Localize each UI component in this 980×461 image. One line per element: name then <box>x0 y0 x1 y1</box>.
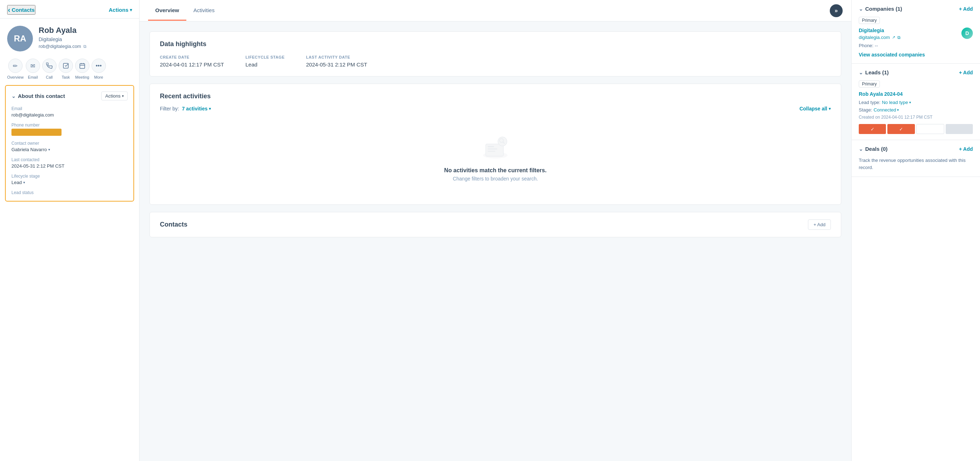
data-highlights-card: Data highlights CREATE DATE 2024-04-01 1… <box>150 32 841 76</box>
lead-stage-field: Stage: Connected <box>859 107 973 112</box>
tabs-bar: Overview Activities » <box>140 0 851 21</box>
contact-info: Rob Ayala Digitalegia rob@digitalegia.co… <box>39 26 87 49</box>
svg-rect-7 <box>487 146 494 147</box>
note-button[interactable]: ✏ Overview <box>7 59 24 79</box>
about-actions-button[interactable]: Actions <box>101 92 128 100</box>
call-icon <box>42 59 57 73</box>
email-button[interactable]: ✉ Email <box>26 59 40 79</box>
more-button[interactable]: ••• More <box>92 59 106 79</box>
about-this-contact-section: About this contact Actions Email rob@dig… <box>5 85 134 201</box>
last-contacted-value: 2024-05-31 2:12 PM CST <box>11 163 128 169</box>
company-phone: Phone: -- <box>859 43 961 48</box>
company-name-link[interactable]: Digitalegia <box>859 27 961 33</box>
contacts-section-header: Contacts + Add <box>160 219 831 230</box>
company-domain[interactable]: digitalegia.com ↗ ⧉ <box>859 35 961 40</box>
copy-domain-icon[interactable]: ⧉ <box>897 35 900 40</box>
filter-by-section: Filter by: 7 activities <box>160 106 211 111</box>
main-content: Overview Activities » Data highlights CR… <box>140 0 851 461</box>
contacts-section-card: Contacts + Add <box>150 212 841 237</box>
view-associated-companies-link[interactable]: View associated companies <box>859 52 973 57</box>
highlight-last-activity: LAST ACTIVITY DATE 2024-05-31 2:12 PM CS… <box>306 55 368 68</box>
main-scroll-area: Data highlights CREATE DATE 2024-04-01 1… <box>140 21 851 461</box>
lead-type-label: Lead type: <box>859 100 881 105</box>
svg-rect-9 <box>487 151 495 152</box>
companies-add-link[interactable]: + Add <box>959 6 973 12</box>
expand-tabs-button[interactable]: » <box>830 4 843 17</box>
external-link-icon: ↗ <box>892 35 895 40</box>
contact-profile: RA Rob Ayala Digitalegia rob@digitalegia… <box>0 19 139 57</box>
collapse-all-button[interactable]: Collapse all <box>799 106 831 111</box>
sidebar-header: Contacts Actions <box>0 0 139 19</box>
stage-btn-3[interactable] <box>916 124 944 134</box>
contacts-add-button[interactable]: + Add <box>808 219 831 230</box>
company-logo: D <box>961 27 973 39</box>
svg-point-10 <box>498 137 507 146</box>
tab-overview[interactable]: Overview <box>148 1 186 21</box>
stage-btn-2[interactable]: ✓ <box>888 124 915 134</box>
svg-rect-8 <box>487 149 497 150</box>
deals-section: Deals (0) + Add Track the revenue opport… <box>851 140 980 177</box>
primary-badge-leads: Primary <box>859 81 973 91</box>
header-actions-button[interactable]: Actions <box>109 7 132 13</box>
company-row: Digitalegia digitalegia.com ↗ ⧉ Phone: -… <box>859 27 973 52</box>
company-details: Digitalegia digitalegia.com ↗ ⧉ Phone: -… <box>859 27 961 52</box>
lifecycle-stage-value[interactable]: Lead <box>11 180 128 185</box>
highlights-grid: CREATE DATE 2024-04-01 12:17 PM CST LIFE… <box>160 55 831 68</box>
lifecycle-stage-label: Lifecycle stage <box>11 174 128 179</box>
highlight-create-date: CREATE DATE 2024-04-01 12:17 PM CST <box>160 55 224 68</box>
call-button[interactable]: Call <box>42 59 57 79</box>
empty-activities-subtitle: Change filters to broaden your search. <box>453 176 538 182</box>
create-date-label: CREATE DATE <box>160 55 224 59</box>
tab-activities[interactable]: Activities <box>186 1 222 21</box>
task-button[interactable]: Task <box>59 59 73 79</box>
leads-section-header: Leads (1) + Add <box>859 69 973 75</box>
leads-section: Leads (1) + Add Primary Rob Ayala 2024-0… <box>851 63 980 140</box>
activities-empty-state: No activities match the current filters.… <box>160 122 831 196</box>
lead-type-field: Lead type: No lead type <box>859 100 973 105</box>
recent-activities-card: Recent activities Filter by: 7 activitie… <box>150 84 841 205</box>
deals-section-header: Deals (0) + Add <box>859 146 973 152</box>
about-header: About this contact Actions <box>11 92 128 100</box>
left-sidebar: Contacts Actions RA Rob Ayala Digitalegi… <box>0 0 140 461</box>
contacts-section-title: Contacts <box>160 221 188 228</box>
recent-activities-title: Recent activities <box>160 93 831 100</box>
lead-stage-value[interactable]: Connected <box>874 107 899 112</box>
note-label: Overview <box>7 75 24 79</box>
activities-filter-chip[interactable]: 7 activities <box>182 106 212 111</box>
email-label: Email <box>28 75 38 79</box>
companies-section-title: Companies (1) <box>859 6 902 12</box>
back-to-contacts-button[interactable]: Contacts <box>7 5 35 15</box>
stage-btn-4[interactable] <box>946 124 973 134</box>
contact-owner-field-group: Contact owner Gabriela Navarro <box>11 141 128 152</box>
empty-activities-title: No activities match the current filters. <box>444 167 547 174</box>
lead-name-link[interactable]: Rob Ayala 2024-04 <box>859 91 973 97</box>
action-icons-row: ✏ Overview ✉ Email Call Task Meeting •• <box>0 57 139 85</box>
leads-section-title: Leads (1) <box>859 69 889 75</box>
deals-empty-text: Track the revenue opportunities associat… <box>859 157 973 171</box>
deals-section-title: Deals (0) <box>859 146 888 152</box>
lead-type-value[interactable]: No lead type <box>882 100 911 105</box>
call-label: Call <box>46 75 52 79</box>
lead-stage-label: Stage: <box>859 107 872 112</box>
last-activity-value: 2024-05-31 2:12 PM CST <box>306 62 368 68</box>
lifecycle-stage-field-group: Lifecycle stage Lead <box>11 174 128 185</box>
phone-placeholder <box>11 129 62 136</box>
stage-check-1: ✓ <box>870 127 875 132</box>
avatar: RA <box>7 26 33 51</box>
meeting-button[interactable]: Meeting <box>75 59 89 79</box>
stage-progress-buttons: ✓ ✓ <box>859 124 973 134</box>
contact-company: Digitalegia <box>39 36 87 42</box>
filter-by-label: Filter by: <box>160 106 179 111</box>
copy-email-icon[interactable]: ⧉ <box>83 44 87 49</box>
phone-field-group: Phone number <box>11 123 128 136</box>
leads-add-link[interactable]: + Add <box>959 70 973 75</box>
task-icon <box>59 59 73 73</box>
deals-add-link[interactable]: + Add <box>959 146 973 152</box>
contact-owner-value[interactable]: Gabriela Navarro <box>11 147 128 152</box>
contact-owner-label: Contact owner <box>11 141 128 146</box>
stage-btn-1[interactable]: ✓ <box>859 124 886 134</box>
lifecycle-stage-hl-label: LIFECYCLE STAGE <box>245 55 285 59</box>
lifecycle-stage-hl-value: Lead <box>245 62 285 68</box>
email-field-group: Email rob@digitalegia.com <box>11 106 128 117</box>
companies-section-header: Companies (1) + Add <box>859 6 973 12</box>
